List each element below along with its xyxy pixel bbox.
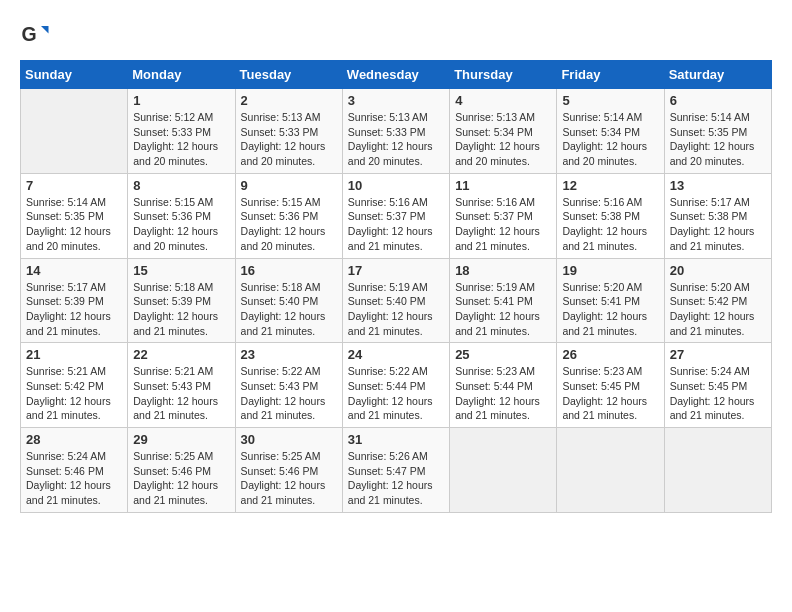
- day-number: 19: [562, 263, 658, 278]
- calendar-cell: [450, 428, 557, 513]
- calendar-cell: 27Sunrise: 5:24 AMSunset: 5:45 PMDayligh…: [664, 343, 771, 428]
- day-info: Sunrise: 5:26 AMSunset: 5:47 PMDaylight:…: [348, 449, 444, 508]
- svg-marker-1: [41, 26, 49, 34]
- day-info: Sunrise: 5:19 AMSunset: 5:40 PMDaylight:…: [348, 280, 444, 339]
- day-number: 16: [241, 263, 337, 278]
- calendar-cell: 22Sunrise: 5:21 AMSunset: 5:43 PMDayligh…: [128, 343, 235, 428]
- day-info: Sunrise: 5:13 AMSunset: 5:33 PMDaylight:…: [241, 110, 337, 169]
- day-info: Sunrise: 5:23 AMSunset: 5:45 PMDaylight:…: [562, 364, 658, 423]
- day-number: 20: [670, 263, 766, 278]
- calendar-week-row: 7Sunrise: 5:14 AMSunset: 5:35 PMDaylight…: [21, 173, 772, 258]
- calendar-cell: 6Sunrise: 5:14 AMSunset: 5:35 PMDaylight…: [664, 89, 771, 174]
- calendar-cell: 13Sunrise: 5:17 AMSunset: 5:38 PMDayligh…: [664, 173, 771, 258]
- day-info: Sunrise: 5:21 AMSunset: 5:42 PMDaylight:…: [26, 364, 122, 423]
- calendar-cell: 31Sunrise: 5:26 AMSunset: 5:47 PMDayligh…: [342, 428, 449, 513]
- day-info: Sunrise: 5:18 AMSunset: 5:40 PMDaylight:…: [241, 280, 337, 339]
- day-info: Sunrise: 5:14 AMSunset: 5:35 PMDaylight:…: [26, 195, 122, 254]
- day-info: Sunrise: 5:25 AMSunset: 5:46 PMDaylight:…: [241, 449, 337, 508]
- calendar-cell: 11Sunrise: 5:16 AMSunset: 5:37 PMDayligh…: [450, 173, 557, 258]
- day-info: Sunrise: 5:16 AMSunset: 5:37 PMDaylight:…: [348, 195, 444, 254]
- calendar-cell: 20Sunrise: 5:20 AMSunset: 5:42 PMDayligh…: [664, 258, 771, 343]
- calendar-cell: 5Sunrise: 5:14 AMSunset: 5:34 PMDaylight…: [557, 89, 664, 174]
- calendar-cell: 16Sunrise: 5:18 AMSunset: 5:40 PMDayligh…: [235, 258, 342, 343]
- calendar-cell: 14Sunrise: 5:17 AMSunset: 5:39 PMDayligh…: [21, 258, 128, 343]
- weekday-header: Monday: [128, 61, 235, 89]
- day-info: Sunrise: 5:22 AMSunset: 5:43 PMDaylight:…: [241, 364, 337, 423]
- calendar-cell: 4Sunrise: 5:13 AMSunset: 5:34 PMDaylight…: [450, 89, 557, 174]
- day-number: 23: [241, 347, 337, 362]
- day-number: 3: [348, 93, 444, 108]
- calendar-table: SundayMondayTuesdayWednesdayThursdayFrid…: [20, 60, 772, 513]
- day-number: 31: [348, 432, 444, 447]
- calendar-cell: 17Sunrise: 5:19 AMSunset: 5:40 PMDayligh…: [342, 258, 449, 343]
- day-info: Sunrise: 5:15 AMSunset: 5:36 PMDaylight:…: [241, 195, 337, 254]
- day-info: Sunrise: 5:21 AMSunset: 5:43 PMDaylight:…: [133, 364, 229, 423]
- calendar-cell: 23Sunrise: 5:22 AMSunset: 5:43 PMDayligh…: [235, 343, 342, 428]
- calendar-cell: 8Sunrise: 5:15 AMSunset: 5:36 PMDaylight…: [128, 173, 235, 258]
- day-number: 28: [26, 432, 122, 447]
- day-number: 9: [241, 178, 337, 193]
- day-number: 21: [26, 347, 122, 362]
- calendar-cell: 3Sunrise: 5:13 AMSunset: 5:33 PMDaylight…: [342, 89, 449, 174]
- calendar-cell: 1Sunrise: 5:12 AMSunset: 5:33 PMDaylight…: [128, 89, 235, 174]
- day-info: Sunrise: 5:18 AMSunset: 5:39 PMDaylight:…: [133, 280, 229, 339]
- day-number: 30: [241, 432, 337, 447]
- day-info: Sunrise: 5:13 AMSunset: 5:33 PMDaylight:…: [348, 110, 444, 169]
- day-info: Sunrise: 5:14 AMSunset: 5:35 PMDaylight:…: [670, 110, 766, 169]
- calendar-week-row: 28Sunrise: 5:24 AMSunset: 5:46 PMDayligh…: [21, 428, 772, 513]
- page-header: G: [20, 20, 772, 50]
- day-info: Sunrise: 5:20 AMSunset: 5:42 PMDaylight:…: [670, 280, 766, 339]
- weekday-header: Friday: [557, 61, 664, 89]
- day-number: 15: [133, 263, 229, 278]
- day-info: Sunrise: 5:13 AMSunset: 5:34 PMDaylight:…: [455, 110, 551, 169]
- day-info: Sunrise: 5:24 AMSunset: 5:46 PMDaylight:…: [26, 449, 122, 508]
- weekday-header: Wednesday: [342, 61, 449, 89]
- day-number: 27: [670, 347, 766, 362]
- weekday-header: Tuesday: [235, 61, 342, 89]
- weekday-header: Thursday: [450, 61, 557, 89]
- day-info: Sunrise: 5:14 AMSunset: 5:34 PMDaylight:…: [562, 110, 658, 169]
- calendar-cell: 19Sunrise: 5:20 AMSunset: 5:41 PMDayligh…: [557, 258, 664, 343]
- calendar-cell: 29Sunrise: 5:25 AMSunset: 5:46 PMDayligh…: [128, 428, 235, 513]
- calendar-week-row: 1Sunrise: 5:12 AMSunset: 5:33 PMDaylight…: [21, 89, 772, 174]
- logo: G: [20, 20, 54, 50]
- day-info: Sunrise: 5:17 AMSunset: 5:39 PMDaylight:…: [26, 280, 122, 339]
- day-number: 24: [348, 347, 444, 362]
- day-info: Sunrise: 5:17 AMSunset: 5:38 PMDaylight:…: [670, 195, 766, 254]
- day-info: Sunrise: 5:16 AMSunset: 5:38 PMDaylight:…: [562, 195, 658, 254]
- calendar-cell: [557, 428, 664, 513]
- calendar-cell: 28Sunrise: 5:24 AMSunset: 5:46 PMDayligh…: [21, 428, 128, 513]
- weekday-header: Saturday: [664, 61, 771, 89]
- day-number: 10: [348, 178, 444, 193]
- calendar-cell: 7Sunrise: 5:14 AMSunset: 5:35 PMDaylight…: [21, 173, 128, 258]
- calendar-body: 1Sunrise: 5:12 AMSunset: 5:33 PMDaylight…: [21, 89, 772, 513]
- calendar-week-row: 21Sunrise: 5:21 AMSunset: 5:42 PMDayligh…: [21, 343, 772, 428]
- day-number: 12: [562, 178, 658, 193]
- day-number: 5: [562, 93, 658, 108]
- calendar-week-row: 14Sunrise: 5:17 AMSunset: 5:39 PMDayligh…: [21, 258, 772, 343]
- calendar-cell: 2Sunrise: 5:13 AMSunset: 5:33 PMDaylight…: [235, 89, 342, 174]
- day-info: Sunrise: 5:12 AMSunset: 5:33 PMDaylight:…: [133, 110, 229, 169]
- day-number: 1: [133, 93, 229, 108]
- day-info: Sunrise: 5:25 AMSunset: 5:46 PMDaylight:…: [133, 449, 229, 508]
- day-info: Sunrise: 5:16 AMSunset: 5:37 PMDaylight:…: [455, 195, 551, 254]
- day-number: 4: [455, 93, 551, 108]
- day-number: 26: [562, 347, 658, 362]
- day-number: 18: [455, 263, 551, 278]
- day-number: 17: [348, 263, 444, 278]
- weekday-header: Sunday: [21, 61, 128, 89]
- calendar-cell: 26Sunrise: 5:23 AMSunset: 5:45 PMDayligh…: [557, 343, 664, 428]
- day-info: Sunrise: 5:23 AMSunset: 5:44 PMDaylight:…: [455, 364, 551, 423]
- day-number: 14: [26, 263, 122, 278]
- day-number: 25: [455, 347, 551, 362]
- calendar-cell: 9Sunrise: 5:15 AMSunset: 5:36 PMDaylight…: [235, 173, 342, 258]
- calendar-cell: [21, 89, 128, 174]
- day-number: 2: [241, 93, 337, 108]
- weekday-header-row: SundayMondayTuesdayWednesdayThursdayFrid…: [21, 61, 772, 89]
- day-info: Sunrise: 5:19 AMSunset: 5:41 PMDaylight:…: [455, 280, 551, 339]
- day-number: 8: [133, 178, 229, 193]
- day-info: Sunrise: 5:20 AMSunset: 5:41 PMDaylight:…: [562, 280, 658, 339]
- day-number: 7: [26, 178, 122, 193]
- day-number: 29: [133, 432, 229, 447]
- day-info: Sunrise: 5:15 AMSunset: 5:36 PMDaylight:…: [133, 195, 229, 254]
